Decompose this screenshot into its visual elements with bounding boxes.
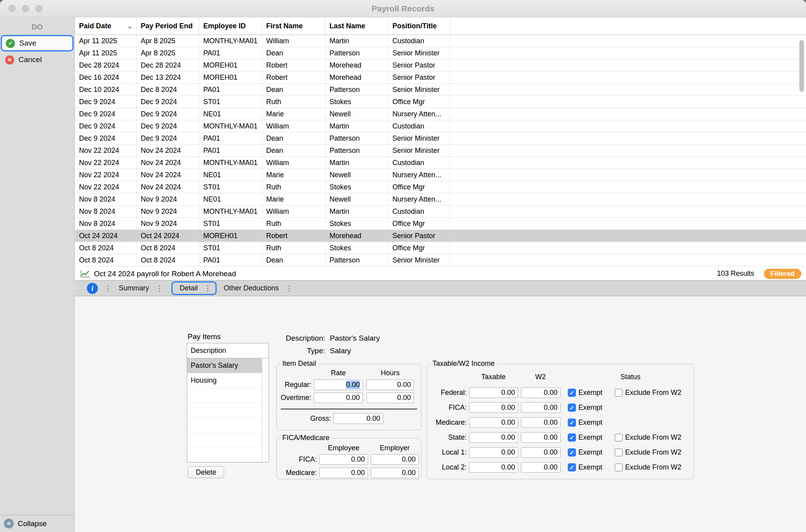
exclude-from-w2-checkbox[interactable] bbox=[615, 389, 623, 397]
table-row[interactable]: Oct 8 2024Oct 8 2024PA01DeanPattersonSen… bbox=[75, 254, 806, 266]
grip-icon[interactable]: ⋮ bbox=[156, 284, 163, 292]
taxable-amount-input[interactable]: 0.00 bbox=[469, 402, 518, 413]
table-cell-filler bbox=[450, 181, 806, 193]
close-button[interactable] bbox=[9, 5, 16, 12]
grip-icon[interactable]: ⋮ bbox=[285, 284, 293, 292]
pay-items-scrollbar[interactable] bbox=[262, 359, 269, 462]
table-row[interactable]: Nov 22 2024Nov 24 2024PA01DeanPattersonS… bbox=[75, 145, 806, 157]
table-row[interactable]: Dec 9 2024Dec 9 2024NE01MarieNewellNurse… bbox=[75, 108, 806, 120]
taxable-amount-input[interactable]: 0.00 bbox=[469, 432, 518, 443]
taxable-amount-input[interactable]: 0.00 bbox=[469, 462, 518, 473]
pay-item-row[interactable]: Housing bbox=[187, 373, 262, 388]
table-cell: Marie bbox=[262, 169, 326, 181]
exclude-from-w2-checkbox[interactable] bbox=[615, 463, 623, 471]
pay-item-row-empty[interactable] bbox=[187, 433, 262, 448]
save-button[interactable]: ✓ Save bbox=[1, 35, 74, 51]
fica-employee-input[interactable]: 0.00 bbox=[319, 454, 368, 465]
table-row[interactable]: Nov 22 2024Nov 24 2024ST01RuthStokesOffi… bbox=[75, 181, 806, 193]
gross-input[interactable]: 0.00 bbox=[333, 413, 383, 424]
taxable-amount-input[interactable]: 0.00 bbox=[469, 447, 518, 458]
table-row[interactable]: Dec 9 2024Dec 9 2024MONTHLY-MA01WilliamM… bbox=[75, 120, 806, 132]
collapse-button[interactable]: « Collapse bbox=[0, 515, 74, 532]
table-row[interactable]: Apr 11 2025Apr 8 2025MONTHLY-MA01William… bbox=[75, 35, 806, 47]
regular-rate-input[interactable]: 0.00 bbox=[314, 380, 363, 390]
fica-employer-input[interactable]: 0.00 bbox=[371, 454, 419, 465]
table-row[interactable]: Apr 11 2025Apr 8 2025PA01DeanPattersonSe… bbox=[75, 47, 806, 59]
table-row[interactable]: Nov 8 2024Nov 9 2024ST01RuthStokesOffice… bbox=[75, 218, 806, 230]
pay-item-row-empty[interactable] bbox=[187, 448, 262, 463]
minimize-button[interactable] bbox=[22, 5, 29, 12]
grip-icon[interactable]: ⋮ bbox=[105, 284, 112, 292]
column-header-pay-period-end[interactable]: Pay Period End bbox=[137, 17, 199, 35]
pay-item-row-empty[interactable] bbox=[187, 418, 262, 433]
maximize-button[interactable] bbox=[35, 5, 42, 12]
w2-amount-input[interactable]: 0.00 bbox=[521, 432, 561, 443]
medicare-employee-input[interactable]: 0.00 bbox=[319, 468, 368, 478]
table-cell: Senior Minister bbox=[388, 47, 450, 59]
overtime-hours-input[interactable]: 0.00 bbox=[366, 393, 414, 403]
table-row[interactable]: Dec 28 2024Dec 28 2024MOREH01RobertMoreh… bbox=[75, 59, 806, 72]
tab-other-deductions[interactable]: Other Deductions bbox=[224, 284, 279, 292]
exempt-checkbox[interactable] bbox=[568, 404, 576, 412]
taxable-row: Medicare:0.000.00Exempt bbox=[427, 417, 694, 428]
column-header-last-name[interactable]: Last Name bbox=[326, 17, 388, 35]
regular-hours-input[interactable]: 0.00 bbox=[366, 380, 414, 390]
medicare-employer-input[interactable]: 0.00 bbox=[371, 468, 419, 478]
w2-amount-input[interactable]: 0.00 bbox=[521, 447, 561, 458]
column-header-employee-id[interactable]: Employee ID bbox=[199, 17, 262, 35]
info-icon[interactable]: i bbox=[87, 283, 98, 294]
table-cell-filler bbox=[450, 145, 806, 156]
table-row[interactable]: Dec 10 2024Dec 8 2024PA01DeanPattersonSe… bbox=[75, 84, 806, 96]
rate-column-header: Rate bbox=[314, 369, 363, 377]
pay-item-row-empty[interactable] bbox=[187, 388, 262, 403]
exclude-from-w2-label: Exclude From W2 bbox=[625, 463, 681, 471]
vertical-scrollbar[interactable] bbox=[799, 40, 804, 92]
overtime-rate-input[interactable]: 0.00 bbox=[314, 393, 363, 403]
table-row[interactable]: Oct 24 2024Oct 24 2024MOREH01RobertMoreh… bbox=[75, 230, 806, 242]
tab-detail[interactable]: Detail ⋮ bbox=[171, 281, 217, 295]
table-row[interactable]: Oct 8 2024Oct 8 2024ST01RuthStokesOffice… bbox=[75, 242, 806, 254]
exclude-from-w2-checkbox[interactable] bbox=[615, 448, 623, 457]
taxable-row-label: Local 2: bbox=[427, 463, 467, 471]
exempt-checkbox[interactable] bbox=[568, 463, 576, 471]
pay-item-row[interactable]: Pastor's Salary bbox=[187, 358, 262, 373]
w2-amount-input[interactable]: 0.00 bbox=[521, 462, 561, 473]
table-cell: Dec 28 2024 bbox=[75, 59, 137, 71]
exempt-checkbox[interactable] bbox=[568, 448, 576, 457]
w2-amount-input[interactable]: 0.00 bbox=[521, 387, 561, 398]
table-row[interactable]: Nov 22 2024Nov 24 2024NE01MarieNewellNur… bbox=[75, 169, 806, 181]
sidebar: DO ✓ Save ✕ Cancel « Collapse bbox=[0, 17, 75, 532]
overtime-label: Overtime: bbox=[277, 394, 311, 402]
delete-button[interactable]: Delete bbox=[188, 466, 224, 478]
w2-amount-input[interactable]: 0.00 bbox=[521, 402, 561, 413]
table-cell-filler bbox=[450, 218, 806, 229]
exempt-checkbox[interactable] bbox=[568, 418, 576, 427]
table-row[interactable]: Dec 9 2024Dec 9 2024PA01DeanPattersonSen… bbox=[75, 132, 806, 145]
exempt-checkbox[interactable] bbox=[568, 389, 576, 397]
taxable-amount-input[interactable]: 0.00 bbox=[469, 417, 518, 428]
table-row[interactable]: Dec 16 2024Dec 13 2024MOREH01RobertMoreh… bbox=[75, 72, 806, 84]
table-row[interactable]: Dec 9 2024Dec 9 2024ST01RuthStokesOffice… bbox=[75, 96, 806, 108]
exempt-checkbox[interactable] bbox=[568, 433, 576, 442]
table-row[interactable]: Nov 8 2024Nov 9 2024MONTHLY-MA01WilliamM… bbox=[75, 205, 806, 218]
taxable-amount-input[interactable]: 0.00 bbox=[469, 387, 518, 398]
table-row[interactable]: Nov 8 2024Nov 9 2024NE01MarieNewellNurse… bbox=[75, 193, 806, 205]
table-cell: NE01 bbox=[199, 169, 262, 181]
tab-summary[interactable]: Summary bbox=[119, 284, 149, 292]
pay-item-row-empty[interactable] bbox=[187, 403, 262, 418]
table-cell-filler bbox=[450, 169, 806, 181]
column-header-position-title[interactable]: Position/Title bbox=[388, 17, 450, 35]
table-row[interactable]: Nov 22 2024Nov 24 2024MONTHLY-MA01Willia… bbox=[75, 157, 806, 169]
column-header-first-name[interactable]: First Name bbox=[262, 17, 326, 35]
field-value: 0.00 bbox=[544, 433, 558, 442]
exclude-from-w2-checkbox[interactable] bbox=[615, 433, 623, 442]
fica-medicare-title: FICA/Medicare bbox=[280, 434, 331, 442]
grip-icon[interactable]: ⋮ bbox=[204, 284, 212, 292]
filtered-badge[interactable]: Filtered bbox=[764, 269, 801, 279]
field-value: 0.00 bbox=[346, 381, 360, 389]
column-header-paid-date[interactable]: Paid Date⌄ bbox=[75, 17, 137, 35]
table-cell: NE01 bbox=[199, 193, 262, 205]
cancel-button[interactable]: ✕ Cancel bbox=[0, 52, 74, 67]
w2-amount-input[interactable]: 0.00 bbox=[521, 417, 561, 428]
pay-items-column-header[interactable]: Description bbox=[187, 343, 269, 358]
